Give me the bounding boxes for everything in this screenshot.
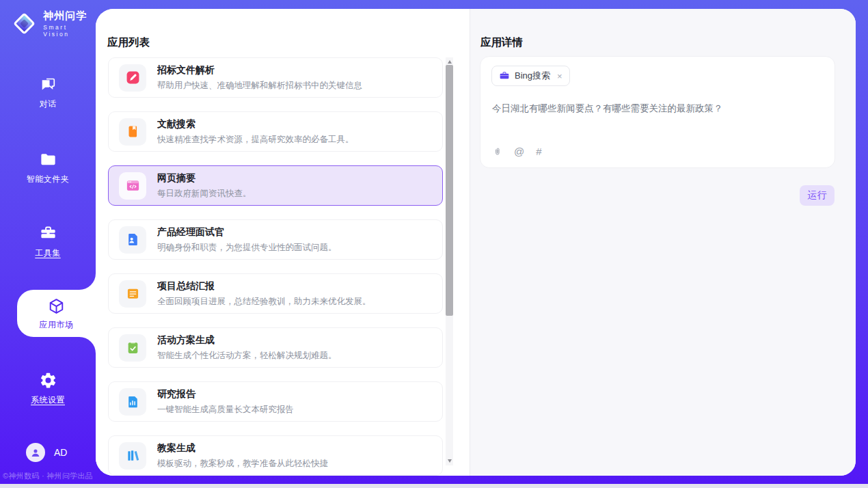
sidebar-item-app-market[interactable]: 应用市场 — [17, 290, 96, 337]
app-icon-tile — [119, 388, 146, 416]
app-card-desc: 全面回顾项目进展，总结经验教训，助力未来优化发展。 — [157, 296, 371, 308]
app-card-pm-interviewer[interactable]: 产品经理面试官 明确身份和职责，为您提供专业性的面试问题。 — [108, 219, 443, 260]
active-bubble-fillet-bottom — [79, 337, 96, 353]
app-card-desc: 帮助用户快速、准确地理解和解析招标书中的关键信息 — [157, 80, 362, 92]
app-icon-tile — [119, 442, 146, 470]
scrollbar-down-button[interactable] — [446, 457, 453, 465]
app-card-desc: 明确身份和职责，为您提供专业性的面试问题。 — [157, 242, 337, 254]
gear-icon — [39, 371, 57, 390]
app-card-desc: 模板驱动，教案秒成，教学准备从此轻松快捷 — [157, 458, 328, 470]
sidebar: 神州问学 Smart Vision 对话 智能文件夹 工具 — [0, 0, 96, 488]
sidebar-item-label: 应用市场 — [17, 319, 96, 331]
sidebar-item-settings[interactable]: 系统设置 — [0, 371, 96, 406]
app-card-desc: 快速精准查找学术资源，提高研究效率的必备工具。 — [157, 134, 354, 146]
brand-logo: 神州问学 Smart Vision — [12, 10, 96, 38]
app-detail-title: 应用详情 — [480, 36, 523, 50]
close-icon[interactable]: × — [557, 71, 562, 81]
prompt-toolbar: @ # — [492, 146, 542, 157]
app-icon-tile — [119, 334, 146, 362]
app-card-event-plan[interactable]: 活动方案生成 智能生成个性化活动方案，轻松解决规划难题。 — [108, 327, 443, 368]
app-card-literature-search[interactable]: 文献搜索 快速精准查找学术资源，提高研究效率的必备工具。 — [108, 111, 443, 152]
summary-note-icon — [126, 286, 140, 301]
sidebar-item-label: 工具集 — [0, 247, 96, 259]
brand-diamond-icon — [12, 12, 36, 36]
sidebar-item-chat[interactable]: 对话 — [0, 75, 96, 110]
app-card-title: 网页摘要 — [157, 172, 252, 185]
sidebar-item-label: 对话 — [0, 98, 96, 110]
copyright-text: ©神州数码 · 神州问学出品 — [3, 471, 96, 481]
app-card-research-report[interactable]: 研究报告 一键智能生成高质量长文本研究报告 — [108, 381, 443, 422]
app-icon-tile — [119, 64, 146, 92]
app-card-web-summary[interactable]: 网页摘要 每日政府新闻资讯快查。 — [108, 165, 443, 206]
run-button[interactable]: 运行 — [800, 185, 835, 206]
app-card-title: 项目总结汇报 — [157, 280, 371, 293]
tool-tag-bing-search[interactable]: Bing搜索 × — [491, 66, 570, 86]
prompt-card: Bing搜索 × 今日湖北有哪些新闻要点？有哪些需要关注的最新政策？ @ # — [480, 56, 835, 168]
triangle-down-icon — [448, 459, 452, 463]
user-account[interactable]: AD — [26, 443, 67, 462]
research-report-icon — [126, 394, 140, 409]
folder-icon — [39, 150, 57, 169]
app-icon-tile — [119, 118, 146, 146]
briefcase-icon — [499, 70, 510, 81]
app-card-title: 文献搜索 — [157, 118, 354, 131]
app-card-desc: 一键智能生成高质量长文本研究报告 — [157, 404, 294, 416]
app-card-title: 活动方案生成 — [157, 334, 337, 347]
app-icon-tile — [119, 280, 146, 308]
attachment-icon[interactable] — [492, 146, 502, 157]
app-list-title: 应用列表 — [107, 36, 150, 50]
app-card-title: 研究报告 — [157, 388, 294, 401]
sidebar-item-toolset[interactable]: 工具集 — [0, 224, 96, 259]
scrollbar-thumb[interactable] — [446, 65, 453, 316]
app-icon-tile — [119, 172, 146, 200]
interview-doc-icon — [126, 232, 140, 247]
chat-icon — [39, 75, 57, 94]
app-card-title: 教案生成 — [157, 442, 328, 455]
tool-tag-label: Bing搜索 — [515, 70, 550, 82]
mention-icon[interactable]: @ — [514, 146, 524, 157]
main-content: 应用列表 招标文件解析 帮助用户快速、准确地理解和解析招标书中的关键信息 — [96, 9, 856, 476]
sidebar-item-label: 系统设置 — [0, 394, 96, 406]
sidebar-item-label: 智能文件夹 — [0, 174, 96, 185]
brand-name: 神州问学 — [43, 10, 96, 23]
app-card-desc: 每日政府新闻资讯快查。 — [157, 188, 252, 200]
app-window: 神州问学 Smart Vision 对话 智能文件夹 工具 — [0, 0, 868, 488]
sidebar-item-smart-folder[interactable]: 智能文件夹 — [0, 150, 96, 185]
avatar-person-icon — [29, 446, 42, 459]
book-icon — [126, 124, 140, 139]
app-card-title: 招标文件解析 — [157, 64, 362, 77]
app-card-title: 产品经理面试官 — [157, 226, 337, 239]
browser-code-icon — [126, 178, 140, 193]
app-icon-tile — [119, 226, 146, 254]
toolbox-icon — [39, 224, 57, 243]
triangle-up-icon — [448, 60, 452, 64]
prompt-input[interactable]: 今日湖北有哪些新闻要点？有哪些需要关注的最新政策？ — [492, 102, 824, 116]
app-list-panel: 应用列表 招标文件解析 帮助用户快速、准确地理解和解析招标书中的关键信息 — [96, 9, 470, 476]
avatar — [26, 443, 45, 462]
app-list: 招标文件解析 帮助用户快速、准确地理解和解析招标书中的关键信息 文献搜索 快速精… — [108, 57, 443, 476]
cube-icon — [47, 297, 66, 316]
active-bubble-fillet-top — [79, 273, 96, 290]
app-list-scrollbar[interactable] — [446, 57, 453, 465]
pen-square-icon — [126, 70, 140, 85]
window-bottom-strip — [0, 484, 868, 488]
clipboard-check-icon — [126, 340, 140, 355]
user-initials: AD — [54, 447, 67, 458]
app-card-lesson-plan[interactable]: 教案生成 模板驱动，教案秒成，教学准备从此轻松快捷 — [108, 435, 443, 476]
hashtag-icon[interactable]: # — [536, 146, 541, 157]
app-card-desc: 智能生成个性化活动方案，轻松解决规划难题。 — [157, 350, 337, 362]
app-detail-panel: 应用详情 Bing搜索 × 今日湖北有哪些新闻要点？有哪些需要关注的最新政策？ — [470, 9, 856, 476]
brand-subtitle: Smart Vision — [43, 24, 96, 38]
books-icon — [126, 448, 140, 463]
app-card-bid-analysis[interactable]: 招标文件解析 帮助用户快速、准确地理解和解析招标书中的关键信息 — [108, 57, 443, 98]
app-card-project-summary[interactable]: 项目总结汇报 全面回顾项目进展，总结经验教训，助力未来优化发展。 — [108, 273, 443, 314]
